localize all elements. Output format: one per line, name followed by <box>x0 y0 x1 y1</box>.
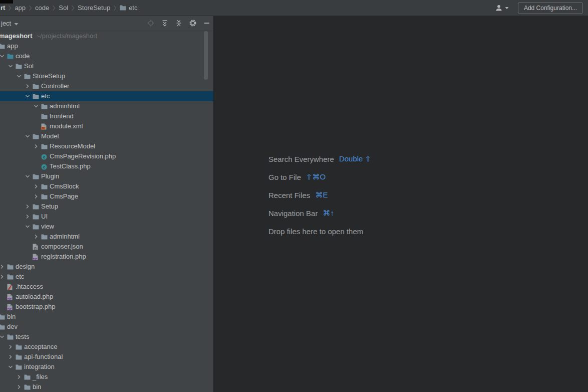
chevron-down-icon[interactable] <box>0 334 5 340</box>
tree-item-label: api-functional <box>24 353 63 361</box>
gear-button[interactable] <box>188 19 197 28</box>
chevron-right-icon[interactable] <box>25 214 31 220</box>
chevron-down-icon[interactable] <box>16 73 22 79</box>
add-configuration-button[interactable]: Add Configuration... <box>518 2 583 14</box>
chevron-down-icon[interactable] <box>8 63 14 69</box>
tree-item-tests[interactable]: tests <box>0 332 213 342</box>
expand-all-icon <box>161 19 169 27</box>
tree-item-project-root[interactable]: mageshort~/projects/mageshort <box>0 31 213 41</box>
folder-icon <box>7 264 14 270</box>
chevron-right-icon[interactable] <box>33 234 39 240</box>
chevron-right-icon[interactable] <box>0 274 5 280</box>
chevron-right-icon[interactable] <box>25 83 31 89</box>
tree-item-label: tests <box>16 333 29 341</box>
shortcut-keys: ⌘↑ <box>323 209 334 218</box>
chevron-down-icon[interactable] <box>33 103 39 109</box>
project-tree: mageshort~/projects/mageshort appcodeSol… <box>0 31 213 392</box>
chevron-down-icon[interactable] <box>8 364 14 370</box>
folder-icon <box>33 133 40 140</box>
chevron-right-icon[interactable] <box>8 344 14 350</box>
tree-item-label: Setup <box>41 203 58 211</box>
folder-icon <box>41 113 48 120</box>
tree-scrollbar-thumb[interactable] <box>204 31 208 80</box>
tree-item-integration[interactable]: integration <box>0 362 213 372</box>
chevron-right-icon[interactable] <box>0 264 5 270</box>
folder-icon <box>41 183 48 190</box>
tree-item-ui[interactable]: UI <box>0 212 213 222</box>
empty-editor-shortcuts: Search EverywhereDouble ⇧Go to File⇧⌘ORe… <box>268 150 371 240</box>
collapse-all-button[interactable] <box>174 19 183 28</box>
shortcut-hint-navigation-bar: Navigation Bar⌘↑ <box>268 204 371 222</box>
file-php-icon: PHP <box>7 294 14 300</box>
folder-icon <box>33 214 40 220</box>
tree-item-files[interactable]: _files <box>0 372 213 382</box>
tree-item-label: ResourceModel <box>50 142 95 150</box>
tree-item-adminhtml[interactable]: adminhtml <box>0 232 213 242</box>
tree-item-design[interactable]: design <box>0 262 213 272</box>
tree-item-bin[interactable]: bin <box>0 382 213 392</box>
tree-item-testclass-php[interactable]: cTestClass.php <box>0 161 213 171</box>
tree-item-cmsblock[interactable]: CmsBlock <box>0 181 213 191</box>
file-php-icon: PHP <box>33 254 40 260</box>
tree-item-storesetup[interactable]: StoreSetup <box>0 71 213 81</box>
chevron-down-icon[interactable] <box>25 93 31 99</box>
shortcut-hint-search-everywhere: Search EverywhereDouble ⇧ <box>268 150 371 168</box>
tree-item-api-functional[interactable]: api-functional <box>0 352 213 362</box>
tree-item-etc[interactable]: etc <box>0 91 213 101</box>
tree-item-resourcemodel[interactable]: ResourceModel <box>0 141 213 151</box>
tree-item-registration-php[interactable]: PHPregistration.php <box>0 252 213 262</box>
minus-button[interactable] <box>202 19 211 28</box>
tree-item-app[interactable]: app <box>0 41 213 51</box>
user-menu[interactable] <box>495 4 509 12</box>
folder-icon <box>16 344 23 350</box>
chevron-right-icon[interactable] <box>33 193 39 200</box>
chevron-right-icon[interactable] <box>33 183 39 189</box>
chevron-down-icon[interactable] <box>25 224 31 230</box>
chevron-right-icon[interactable] <box>33 143 39 149</box>
tree-item-plugin[interactable]: Plugin <box>0 171 213 181</box>
tree-item-controller[interactable]: Controller <box>0 81 213 91</box>
tree-item-autoload-php[interactable]: PHPautoload.php <box>0 292 213 302</box>
tree-item-model[interactable]: Model <box>0 131 213 141</box>
tree-item-code[interactable]: code <box>0 51 213 61</box>
chevron-right-icon[interactable] <box>16 374 22 380</box>
tree-item-cmspage[interactable]: CmsPage <box>0 191 213 202</box>
folder-icon <box>7 274 14 280</box>
chevron-down-icon[interactable] <box>0 53 5 59</box>
chevron-right-icon[interactable] <box>8 354 14 360</box>
tree-item-frontend[interactable]: frontend <box>0 111 213 121</box>
chevron-right-icon[interactable] <box>25 204 31 210</box>
tree-item-etc[interactable]: etc <box>0 272 213 282</box>
breadcrumb-item-code[interactable]: code <box>35 4 49 12</box>
chevron-down-icon <box>14 20 19 27</box>
folder-icon <box>24 73 31 80</box>
tree-item-module-xml[interactable]: <>module.xml <box>0 121 213 131</box>
breadcrumb-item-storesetup[interactable]: StoreSetup <box>78 4 110 12</box>
tree-item-setup[interactable]: Setup <box>0 202 213 212</box>
chevron-right-icon[interactable] <box>16 384 22 390</box>
chevron-down-icon[interactable] <box>25 133 31 139</box>
tree-item-adminhtml[interactable]: adminhtml <box>0 101 213 111</box>
tree-item-bootstrap-php[interactable]: PHPbootstrap.php <box>0 302 213 312</box>
tree-item-view[interactable]: view <box>0 222 213 232</box>
tree-item-sol[interactable]: Sol <box>0 61 213 71</box>
tree-item-label: bin <box>33 383 41 391</box>
tree-item-acceptance[interactable]: acceptance <box>0 342 213 352</box>
svg-text:PHP: PHP <box>8 308 12 310</box>
breadcrumb-item-app[interactable]: app <box>15 4 26 12</box>
breadcrumb-item-rt[interactable]: rt <box>1 4 5 12</box>
tree-item-composer-json[interactable]: {}composer.json <box>0 242 213 252</box>
project-view-selector[interactable]: ject <box>1 16 19 30</box>
breadcrumb-item-etc[interactable]: etc <box>120 4 137 12</box>
expand-all-button[interactable] <box>160 19 169 28</box>
tree-item-label: acceptance <box>24 343 58 351</box>
tree-item-bin[interactable]: bin <box>0 312 213 322</box>
tree-item-dev[interactable]: dev <box>0 322 213 332</box>
tree-item-cmspagerevision-php[interactable]: cCmsPageRevision.php <box>0 151 213 161</box>
file-xml-icon: <> <box>41 123 48 130</box>
chevron-down-icon[interactable] <box>25 173 31 179</box>
tree-item-label: CmsBlock <box>50 182 79 190</box>
breadcrumb-item-sol[interactable]: Sol <box>59 4 68 12</box>
tree-item-htaccess[interactable]: .htaccess <box>0 282 213 292</box>
locate-button[interactable] <box>146 19 155 28</box>
